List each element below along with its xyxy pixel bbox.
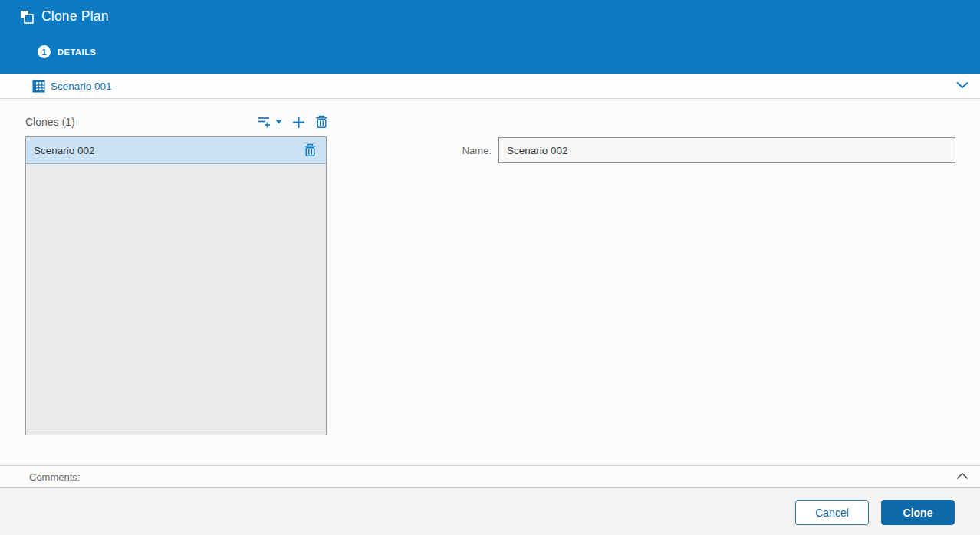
dialog-title: Clone Plan — [41, 8, 109, 25]
clones-toolbar — [258, 113, 328, 131]
step-label: DETAILS — [58, 48, 96, 57]
chevron-down-icon[interactable] — [956, 81, 968, 89]
wizard-step-details[interactable]: 1 DETAILS — [38, 45, 96, 58]
clones-heading: Clones (1) — [25, 116, 75, 128]
caret-down-icon — [275, 120, 282, 124]
clone-plan-dialog: Clone Plan 1 DETAILS — [0, 0, 980, 535]
name-input[interactable] — [498, 137, 955, 163]
trash-icon — [315, 115, 328, 129]
dialog-header: Clone Plan 1 DETAILS — [0, 0, 980, 74]
dialog-footer: Cancel Clone — [0, 488, 980, 535]
clone-list-item-selected[interactable]: Scenario 002 — [26, 137, 326, 164]
clone-button[interactable]: Clone — [881, 500, 955, 525]
clone-item-name: Scenario 002 — [34, 145, 95, 156]
clones-list: Scenario 002 — [25, 136, 327, 435]
add-multiple-button[interactable] — [258, 115, 282, 129]
delete-clone-button[interactable] — [315, 115, 328, 129]
name-label: Name: — [414, 145, 492, 156]
comments-label: Comments: — [29, 471, 80, 483]
add-multiple-icon — [258, 115, 271, 129]
source-scenario: Scenario 001 — [32, 80, 112, 93]
chevron-up-icon[interactable] — [956, 472, 968, 480]
step-number-badge: 1 — [38, 45, 51, 58]
plus-icon — [292, 116, 305, 129]
comments-section-header: Comments: — [0, 465, 980, 488]
dialog-title-row: Clone Plan — [20, 8, 109, 25]
source-scenario-name: Scenario 001 — [51, 80, 112, 92]
add-clone-button[interactable] — [292, 116, 305, 129]
clone-icon — [20, 9, 35, 24]
source-scenario-bar: Scenario 001 — [0, 74, 980, 99]
trash-icon[interactable] — [304, 143, 317, 157]
cancel-button[interactable]: Cancel — [795, 500, 869, 525]
table-icon — [32, 80, 45, 93]
